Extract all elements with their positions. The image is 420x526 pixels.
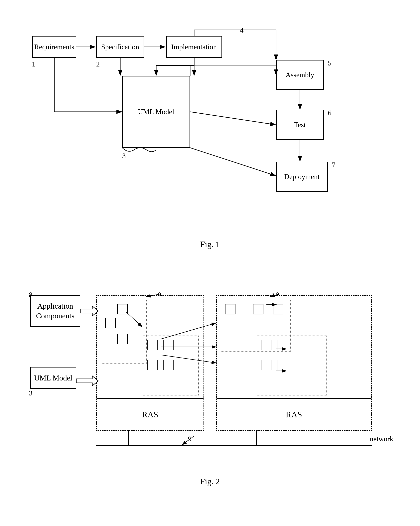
svg-marker-10 [80, 306, 98, 316]
inner-container-1b [143, 335, 199, 395]
assembly-box: Assembly [276, 60, 324, 90]
svg-line-5 [190, 112, 276, 125]
figure-1-container: 1 2 3 4 5 6 7 Requirements Specification… [20, 16, 400, 235]
ref-9: 9 [188, 435, 192, 443]
comp-1b4 [163, 360, 174, 370]
page: 1 2 3 4 5 6 7 Requirements Specification… [0, 0, 420, 526]
inner-container-2b [257, 335, 327, 395]
comp-2a1 [225, 304, 236, 314]
node-1: RAS [96, 295, 204, 431]
specification-box: Specification [96, 36, 144, 58]
deployment-box: Deployment [276, 162, 328, 192]
ref-1: 1 [32, 60, 36, 68]
node-2: RAS [216, 295, 372, 431]
comp-1b1 [147, 340, 158, 350]
uml-model-box-2: UML Model [30, 367, 76, 389]
network-line-1 [128, 430, 129, 445]
ref-4: 4 [240, 26, 244, 34]
comp-2b4 [277, 360, 287, 370]
comp-2b2 [277, 340, 287, 350]
ref-2: 2 [96, 60, 100, 68]
umlmodel-box: UML Model [122, 76, 190, 148]
comp-2a3 [273, 304, 283, 314]
ras-2: RAS [217, 398, 371, 430]
ref-7: 7 [332, 161, 336, 169]
inner-container-1a [101, 300, 147, 364]
svg-line-6 [190, 148, 276, 176]
ref-3: 3 [122, 152, 126, 160]
ref-5: 5 [328, 59, 331, 67]
comp-2b1 [261, 340, 271, 350]
network-bar [96, 445, 372, 446]
fig2-label: Fig. 2 [20, 477, 400, 486]
ref-network: network [370, 435, 393, 443]
fig1-label: Fig. 1 [20, 240, 400, 249]
ref-3b: 3 [29, 389, 32, 397]
svg-marker-11 [76, 376, 98, 386]
ras-1: RAS [97, 398, 204, 430]
test-box: Test [276, 110, 324, 140]
requirements-box: Requirements [32, 36, 76, 58]
figure-2-container: 8 3 10 10 9 network Application Componen… [20, 261, 400, 471]
comp-1b2 [163, 340, 174, 350]
comp-1a3 [117, 334, 128, 344]
comp-2a2 [253, 304, 263, 314]
app-components-box: Application Components [30, 295, 80, 327]
ref-6: 6 [328, 109, 331, 117]
comp-1a2 [105, 318, 116, 328]
comp-1a1 [117, 304, 128, 314]
implementation-box: Implementation [166, 36, 222, 58]
comp-2b3 [261, 360, 271, 370]
network-line-2 [256, 430, 257, 445]
comp-1b3 [147, 360, 158, 370]
